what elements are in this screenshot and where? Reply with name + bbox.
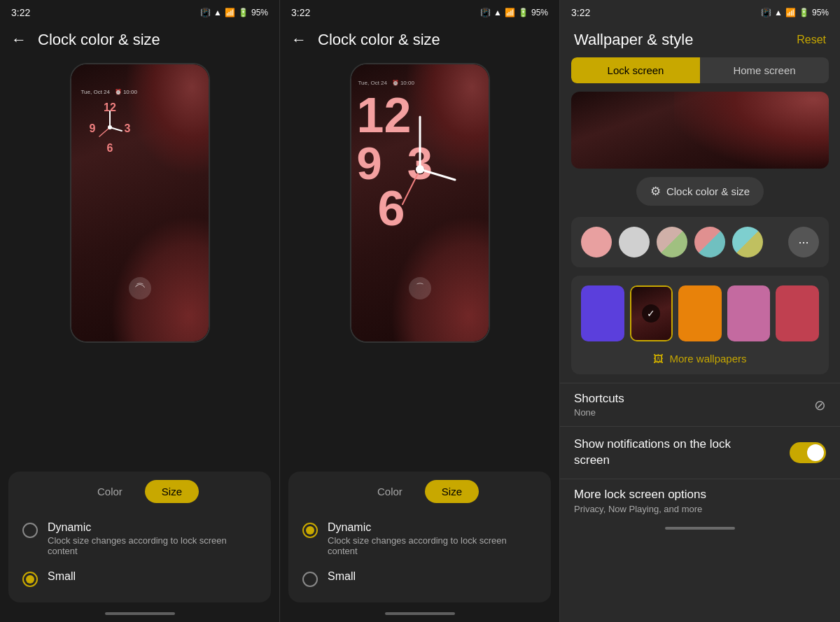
right-panel: 3:22 📳 ▲ 📶 🔋 95% Wallpaper & style Reset… — [560, 0, 840, 622]
wifi-icon: ▲ — [214, 8, 222, 17]
notifications-label: Show notifications on the lock screen — [574, 437, 750, 469]
clock-btn-row: ⚙ Clock color & size — [571, 177, 829, 206]
shortcuts-label: Shortcuts — [574, 392, 624, 406]
reset-button[interactable]: Reset — [797, 34, 826, 46]
mid-battery-icon: 🔋 — [518, 8, 528, 17]
swatch-teal[interactable] — [732, 227, 763, 257]
middle-phone-area: Tue, Oct 24 ⏰ 10:00 12 9 3 6 — [280, 57, 559, 466]
shortcuts-value: None — [574, 407, 624, 418]
left-phone-area: Tue, Oct 24 ⏰ 10:00 12 9 3 6 — [0, 57, 279, 466]
notifications-toggle[interactable] — [790, 442, 826, 463]
selected-check: ✓ — [642, 304, 660, 323]
middle-back-button[interactable]: ← — [291, 31, 307, 49]
middle-phone-bg: Tue, Oct 24 ⏰ 10:00 12 9 3 6 — [351, 64, 489, 341]
svg-line-9 — [420, 169, 455, 180]
svg-text:9: 9 — [89, 122, 95, 134]
middle-option-dynamic: Dynamic Clock size changes according to … — [300, 514, 540, 563]
middle-phone-mockup: Tue, Oct 24 ⏰ 10:00 12 9 3 6 — [350, 63, 490, 343]
gear-icon: ⚙ — [650, 184, 661, 199]
left-color-tab[interactable]: Color — [80, 480, 139, 503]
left-header-title: Clock color & size — [38, 31, 160, 49]
middle-status-icons: 📳 ▲ 📶 🔋 95% — [480, 8, 548, 17]
right-status-time: 3:22 — [571, 7, 590, 18]
mid-signal-icon: 📶 — [505, 8, 515, 17]
left-nav-bar — [0, 608, 279, 622]
middle-color-tab[interactable]: Color — [360, 480, 419, 503]
svg-text:3: 3 — [124, 122, 130, 134]
left-back-button[interactable]: ← — [11, 31, 27, 49]
left-radio-small[interactable] — [22, 572, 38, 587]
flower-bottom-left — [111, 215, 209, 341]
left-header: ← Clock color & size — [0, 25, 279, 57]
fingerprint-left[interactable] — [129, 277, 151, 299]
preview-flower — [674, 92, 829, 169]
home-screen-tab[interactable]: Home screen — [700, 57, 829, 83]
wallpaper-red[interactable] — [776, 285, 819, 341]
middle-option-dynamic-text: Dynamic Clock size changes according to … — [328, 521, 537, 556]
right-battery-icon: 🔋 — [799, 8, 809, 17]
vibrate-icon: 📳 — [200, 8, 211, 17]
left-status-icons: 📳 ▲ 📶 🔋 95% — [200, 8, 268, 17]
svg-point-11 — [416, 165, 424, 174]
right-nav-pill — [665, 527, 735, 530]
right-vibrate-icon: 📳 — [761, 8, 771, 17]
clock-color-size-button[interactable]: ⚙ Clock color & size — [636, 177, 764, 206]
middle-radio-small[interactable] — [302, 572, 318, 587]
more-lock-label: More lock screen options — [574, 488, 826, 502]
shortcuts-section: Shortcuts None ⊘ — [560, 383, 840, 426]
middle-nav-bar — [280, 608, 559, 622]
more-swatches-button[interactable]: ··· — [788, 227, 819, 257]
right-battery-pct: 95% — [812, 8, 829, 17]
toggle-knob — [807, 444, 824, 461]
middle-controls: Color Size Dynamic Clock size changes ac… — [288, 472, 551, 602]
wallpaper-title: Wallpaper & style — [574, 31, 693, 49]
middle-header-title: Clock color & size — [318, 31, 440, 49]
left-panel: 3:22 📳 ▲ 📶 🔋 95% ← Clock color & size Tu… — [0, 0, 279, 622]
shortcuts-text: Shortcuts None — [574, 392, 624, 418]
swatch-white[interactable] — [619, 227, 650, 257]
swatch-pink[interactable] — [581, 227, 612, 257]
left-phone-bg: Tue, Oct 24 ⏰ 10:00 12 9 3 6 — [71, 64, 209, 341]
middle-panel: 3:22 📳 ▲ 📶 🔋 95% ← Clock color & size Tu… — [280, 0, 559, 622]
svg-line-10 — [402, 169, 420, 204]
mid-vibrate-icon: 📳 — [480, 8, 491, 17]
swatch-rose[interactable] — [657, 227, 687, 257]
left-status-time: 3:22 — [11, 7, 30, 18]
left-option-dynamic: Dynamic Clock size changes according to … — [20, 514, 260, 563]
right-wifi-icon: ▲ — [774, 8, 783, 17]
wallpaper-orange[interactable] — [678, 285, 722, 341]
shortcuts-edit-button[interactable]: ⊘ — [814, 397, 826, 414]
left-status-bar: 3:22 📳 ▲ 📶 🔋 95% — [0, 0, 279, 25]
left-tab-row: Color Size — [20, 480, 260, 503]
left-nav-pill — [105, 612, 175, 615]
more-wallpapers-icon: 🖼 — [653, 353, 664, 365]
svg-text:6: 6 — [106, 142, 113, 154]
left-option-small: Small — [20, 563, 260, 594]
more-lock-options[interactable]: More lock screen options Privacy, Now Pl… — [560, 479, 840, 523]
wallpaper-preview — [571, 92, 829, 169]
left-radio-dynamic[interactable] — [22, 523, 38, 538]
analog-clock-left: 12 9 3 6 — [78, 96, 141, 159]
middle-radio-dynamic[interactable] — [302, 523, 318, 538]
mid-battery-pct: 95% — [531, 8, 548, 17]
wallpaper-header: Wallpaper & style Reset — [560, 25, 840, 57]
wallpaper-pink[interactable] — [727, 285, 771, 341]
middle-status-time: 3:22 — [291, 7, 310, 18]
swatch-salmon[interactable] — [694, 227, 725, 257]
analog-hands-mid — [357, 92, 483, 246]
fingerprint-mid[interactable] — [409, 277, 431, 299]
left-size-tab[interactable]: Size — [145, 480, 199, 503]
screen-tabs-row: Lock screen Home screen — [571, 57, 829, 83]
middle-size-tab[interactable]: Size — [425, 480, 479, 503]
left-option-dynamic-text: Dynamic Clock size changes according to … — [48, 521, 257, 556]
svg-point-7 — [108, 125, 112, 129]
mid-wifi-icon: ▲ — [493, 8, 502, 17]
left-radio-selected — [26, 575, 34, 584]
more-wallpapers-button[interactable]: 🖼 More wallpapers — [581, 348, 819, 369]
clock-btn-label: Clock color & size — [666, 185, 750, 197]
middle-tab-row: Color Size — [300, 480, 540, 503]
lock-screen-tab[interactable]: Lock screen — [571, 57, 700, 83]
right-status-icons: 📳 ▲ 📶 🔋 95% — [761, 8, 829, 17]
wallpaper-purple[interactable] — [581, 285, 624, 341]
wallpaper-flower[interactable]: ✓ — [630, 285, 673, 341]
